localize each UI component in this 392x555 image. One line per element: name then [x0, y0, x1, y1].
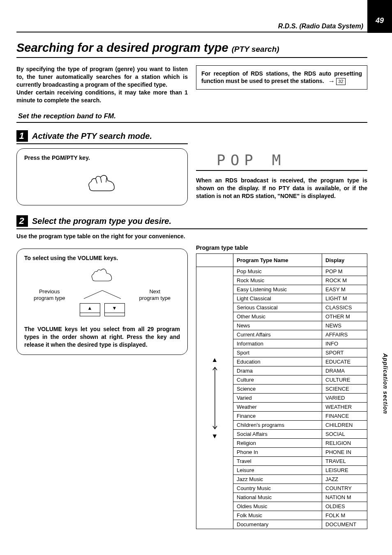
triangle-up-icon: ▲	[88, 305, 92, 311]
page-reference: 32	[336, 78, 345, 85]
step-1-heading: 1 Activate the PTY search mode.	[16, 130, 188, 144]
pty-name-cell: Easy Listening Music	[233, 285, 322, 294]
pty-display-cell: POP M	[322, 267, 367, 276]
pty-name-cell: Oldies Music	[233, 502, 322, 511]
step-2-number: 2	[16, 215, 28, 227]
note-box: For reception of RDS stations, the RDS a…	[196, 65, 367, 90]
pty-name-cell: Light Classical	[233, 294, 322, 303]
table-title: Program type table	[196, 244, 367, 251]
step-2-subtitle: Use the program type table on the right …	[16, 233, 367, 240]
pty-display-cell: TRAVEL	[322, 457, 367, 466]
pty-name-cell: Other Music	[233, 312, 322, 321]
header-section: R.D.S. (Radio Data System)	[16, 23, 367, 32]
triangle-up-icon: ▲	[200, 356, 230, 364]
pty-display-cell: EASY M	[322, 285, 367, 294]
volume-keys-diagram: Previous program type ▲	[24, 288, 180, 316]
pty-name-cell: Weather	[233, 403, 322, 412]
table-header-blank	[196, 254, 233, 267]
side-tab-text: Application section	[382, 353, 389, 414]
pty-name-cell: Finance	[233, 412, 322, 421]
pty-display-cell: FOLK M	[322, 511, 367, 520]
pty-name-cell: Folk Music	[233, 511, 322, 520]
pty-display-cell: DRAMA	[322, 366, 367, 375]
step-1-number: 1	[16, 130, 28, 142]
pty-name-cell: Information	[233, 339, 322, 348]
hand-press-icon	[24, 169, 180, 195]
pty-display-cell: SPORT	[322, 348, 367, 357]
triangle-down-icon: ▼	[112, 305, 117, 311]
pty-display-cell: ROCK M	[322, 276, 367, 285]
program-type-table: Program Type Name Display ▲▼Pop MusicPOP…	[196, 253, 367, 529]
pty-display-cell: CULTURE	[322, 375, 367, 385]
page-number-corner: 49	[367, 0, 392, 33]
hand-press-icon	[24, 265, 180, 284]
pty-name-cell: Sport	[233, 348, 322, 357]
pty-display-cell: SOCIAL	[322, 430, 367, 439]
display-note: When an RDS broadcast is received, the p…	[196, 177, 367, 200]
arrow-right-icon: →	[328, 76, 335, 85]
step-1-instruction: Press the PGM/PTY key.	[24, 154, 180, 161]
triangle-down-icon: ▼	[200, 433, 230, 440]
pty-display-cell: CHILDREN	[322, 421, 367, 430]
pty-display-cell: SCIENCE	[322, 385, 367, 394]
step-2-heading: 2 Select the program type you desire.	[16, 215, 367, 229]
pty-display-cell: NATION M	[322, 493, 367, 502]
pty-display-cell: RELIGION	[322, 439, 367, 448]
pty-name-cell: Social Affairs	[233, 430, 322, 439]
pty-name-cell: Science	[233, 385, 322, 394]
page-number: 49	[376, 16, 384, 25]
volume-up-button[interactable]: ▲	[80, 303, 100, 313]
volume-keys-bubble: To select using the VOLUME keys. Previou…	[16, 249, 188, 355]
title-main: Searching for a desired program type	[16, 41, 228, 54]
pty-display-cell: JAZZ	[322, 475, 367, 484]
pty-name-cell: Jazz Music	[233, 475, 322, 484]
pty-name-cell: Religion	[233, 439, 322, 448]
pty-name-cell: Travel	[233, 457, 322, 466]
pty-name-cell: News	[233, 321, 322, 330]
pty-name-cell: Phone In	[233, 448, 322, 457]
table-header-display: Display	[322, 254, 367, 267]
step-1-bubble: Press the PGM/PTY key.	[16, 148, 188, 205]
table-row: ▲▼Pop MusicPOP M	[196, 267, 367, 276]
table-header-name: Program Type Name	[233, 254, 322, 267]
pty-display-cell: LEISURE	[322, 466, 367, 475]
pty-display-cell: NEWS	[322, 321, 367, 330]
pty-display-cell: INFO	[322, 339, 367, 348]
intro-paragraph: By specifying the type of program (genre…	[16, 65, 188, 104]
step-1-title: Activate the PTY search mode.	[32, 131, 152, 141]
pty-name-cell: Current Affairs	[233, 330, 322, 339]
pty-name-cell: Varied	[233, 394, 322, 403]
band-instruction: Set the reception band to FM.	[16, 110, 367, 123]
pty-name-cell: Drama	[233, 366, 322, 375]
pty-name-cell: Rock Music	[233, 276, 322, 285]
pty-name-cell: Education	[233, 357, 322, 366]
pty-name-cell: Leisure	[233, 466, 322, 475]
scroll-direction-cell: ▲▼	[196, 267, 233, 529]
volume-keys-heading: To select using the VOLUME keys.	[24, 255, 180, 261]
pty-name-cell: Pop Music	[233, 267, 322, 276]
pty-name-cell: Country Music	[233, 484, 322, 493]
pty-display-cell: COUNTRY	[322, 484, 367, 493]
title-sub: (PTY search)	[232, 45, 279, 53]
pty-display-cell: AFFAIRS	[322, 330, 367, 339]
pty-display-cell: FINANCE	[322, 412, 367, 421]
pty-name-cell: Serious Classical	[233, 303, 322, 312]
program-type-table-block: Program type table Program Type Name Dis…	[196, 244, 367, 529]
volume-keys-note: The VOLUME keys let you select from all …	[24, 325, 180, 349]
pty-display-cell: EDUCATE	[322, 357, 367, 366]
pty-name-cell: Documentary	[233, 520, 322, 529]
pty-display-cell: WEATHER	[322, 403, 367, 412]
side-tab: Application section	[367, 345, 392, 427]
volume-down-button[interactable]: ▼	[104, 303, 125, 313]
pty-name-cell: National Music	[233, 493, 322, 502]
pty-display-cell: OLDIES	[322, 502, 367, 511]
header-section-text: R.D.S. (Radio Data System)	[278, 23, 363, 30]
pty-display-cell: VARIED	[322, 394, 367, 403]
lcd-display: POP M	[196, 147, 367, 171]
page-title: Searching for a desired program type (PT…	[16, 41, 367, 58]
pty-display-cell: CLASSICS	[322, 303, 367, 312]
pty-display-cell: OTHER M	[322, 312, 367, 321]
pty-name-cell: Children's programs	[233, 421, 322, 430]
pty-name-cell: Culture	[233, 375, 322, 385]
pty-display-cell: DOCUMENT	[322, 520, 367, 529]
